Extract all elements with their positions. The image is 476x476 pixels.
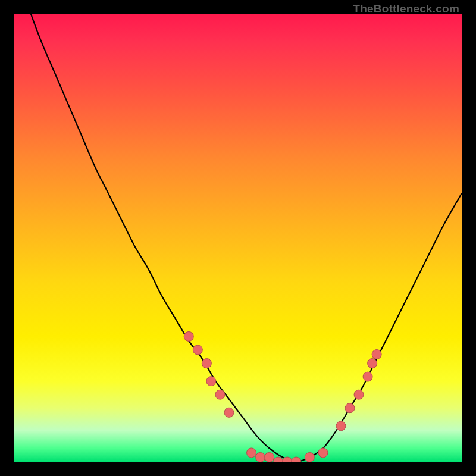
data-point xyxy=(372,350,381,359)
data-point xyxy=(184,331,193,341)
data-point xyxy=(283,457,292,462)
data-point xyxy=(274,457,283,462)
data-point xyxy=(354,390,364,399)
data-point xyxy=(265,452,274,462)
watermark-text: TheBottleneck.com xyxy=(353,2,459,15)
data-point xyxy=(292,457,301,462)
outer-frame: TheBottleneck.com xyxy=(0,0,476,476)
data-point xyxy=(256,452,265,462)
data-point xyxy=(345,403,355,413)
data-point xyxy=(215,390,225,399)
data-point xyxy=(318,448,328,458)
data-point xyxy=(368,359,377,368)
data-point xyxy=(336,421,346,431)
data-point xyxy=(363,372,372,381)
data-point xyxy=(305,452,314,462)
data-point xyxy=(247,448,256,458)
points-layer xyxy=(14,14,462,462)
data-point xyxy=(206,377,216,386)
data-point xyxy=(193,345,202,355)
data-point xyxy=(202,359,211,368)
data-points-group xyxy=(184,331,381,462)
data-point xyxy=(224,408,234,417)
